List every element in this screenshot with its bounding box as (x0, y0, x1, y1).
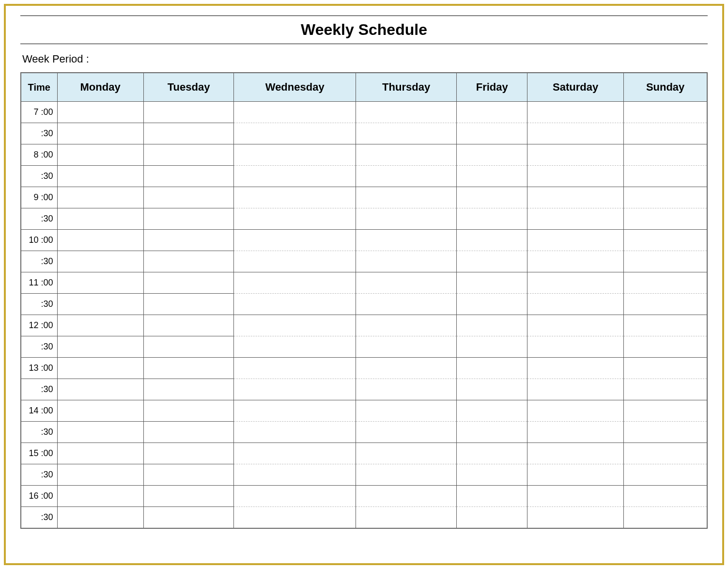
schedule-cell[interactable] (57, 208, 143, 230)
schedule-cell[interactable] (527, 208, 624, 230)
schedule-cell[interactable] (234, 379, 356, 400)
schedule-cell[interactable] (57, 358, 143, 379)
schedule-cell[interactable] (624, 230, 707, 251)
schedule-cell[interactable] (57, 230, 143, 251)
schedule-cell[interactable] (457, 166, 527, 187)
schedule-cell[interactable] (234, 102, 356, 123)
schedule-cell[interactable] (527, 315, 624, 336)
schedule-cell[interactable] (624, 102, 707, 123)
schedule-cell[interactable] (234, 166, 356, 187)
schedule-cell[interactable] (356, 230, 456, 251)
schedule-cell[interactable] (457, 272, 527, 294)
schedule-cell[interactable] (57, 464, 143, 486)
schedule-cell[interactable] (457, 208, 527, 230)
schedule-cell[interactable] (57, 400, 143, 422)
schedule-cell[interactable] (624, 422, 707, 443)
schedule-cell[interactable] (143, 358, 234, 379)
schedule-cell[interactable] (624, 507, 707, 528)
schedule-cell[interactable] (356, 422, 456, 443)
schedule-cell[interactable] (234, 144, 356, 166)
schedule-cell[interactable] (624, 336, 707, 358)
schedule-cell[interactable] (457, 187, 527, 208)
schedule-cell[interactable] (234, 230, 356, 251)
schedule-cell[interactable] (143, 230, 234, 251)
schedule-cell[interactable] (624, 208, 707, 230)
schedule-cell[interactable] (57, 422, 143, 443)
schedule-cell[interactable] (57, 187, 143, 208)
schedule-cell[interactable] (624, 272, 707, 294)
schedule-cell[interactable] (457, 379, 527, 400)
schedule-cell[interactable] (624, 251, 707, 272)
schedule-cell[interactable] (356, 464, 456, 486)
schedule-cell[interactable] (527, 272, 624, 294)
schedule-cell[interactable] (356, 102, 456, 123)
schedule-cell[interactable] (143, 166, 234, 187)
schedule-cell[interactable] (143, 400, 234, 422)
schedule-cell[interactable] (527, 187, 624, 208)
schedule-cell[interactable] (57, 336, 143, 358)
schedule-cell[interactable] (527, 507, 624, 528)
schedule-cell[interactable] (527, 294, 624, 315)
schedule-cell[interactable] (143, 208, 234, 230)
schedule-cell[interactable] (57, 315, 143, 336)
schedule-cell[interactable] (143, 379, 234, 400)
schedule-cell[interactable] (527, 379, 624, 400)
schedule-cell[interactable] (356, 507, 456, 528)
schedule-cell[interactable] (457, 486, 527, 507)
schedule-cell[interactable] (234, 422, 356, 443)
schedule-cell[interactable] (234, 315, 356, 336)
schedule-cell[interactable] (457, 400, 527, 422)
schedule-cell[interactable] (457, 315, 527, 336)
schedule-cell[interactable] (457, 507, 527, 528)
schedule-cell[interactable] (143, 144, 234, 166)
schedule-cell[interactable] (143, 251, 234, 272)
schedule-cell[interactable] (527, 144, 624, 166)
schedule-cell[interactable] (57, 251, 143, 272)
schedule-cell[interactable] (624, 486, 707, 507)
schedule-cell[interactable] (527, 464, 624, 486)
schedule-cell[interactable] (624, 358, 707, 379)
schedule-cell[interactable] (234, 251, 356, 272)
schedule-cell[interactable] (234, 358, 356, 379)
schedule-cell[interactable] (527, 486, 624, 507)
schedule-cell[interactable] (356, 358, 456, 379)
schedule-cell[interactable] (143, 336, 234, 358)
schedule-cell[interactable] (234, 123, 356, 144)
schedule-cell[interactable] (624, 187, 707, 208)
schedule-cell[interactable] (356, 294, 456, 315)
schedule-cell[interactable] (57, 144, 143, 166)
schedule-cell[interactable] (457, 336, 527, 358)
schedule-cell[interactable] (143, 272, 234, 294)
schedule-cell[interactable] (234, 400, 356, 422)
schedule-cell[interactable] (527, 358, 624, 379)
schedule-cell[interactable] (356, 315, 456, 336)
schedule-cell[interactable] (527, 123, 624, 144)
schedule-cell[interactable] (457, 144, 527, 166)
schedule-cell[interactable] (624, 315, 707, 336)
schedule-cell[interactable] (356, 379, 456, 400)
schedule-cell[interactable] (624, 294, 707, 315)
schedule-cell[interactable] (356, 208, 456, 230)
schedule-cell[interactable] (356, 443, 456, 464)
schedule-cell[interactable] (624, 166, 707, 187)
schedule-cell[interactable] (356, 336, 456, 358)
schedule-cell[interactable] (57, 166, 143, 187)
schedule-cell[interactable] (234, 443, 356, 464)
schedule-cell[interactable] (356, 123, 456, 144)
schedule-cell[interactable] (57, 507, 143, 528)
schedule-cell[interactable] (143, 443, 234, 464)
schedule-cell[interactable] (527, 336, 624, 358)
schedule-cell[interactable] (57, 294, 143, 315)
schedule-cell[interactable] (143, 315, 234, 336)
schedule-cell[interactable] (527, 102, 624, 123)
schedule-cell[interactable] (57, 443, 143, 464)
schedule-cell[interactable] (527, 400, 624, 422)
schedule-cell[interactable] (234, 464, 356, 486)
schedule-cell[interactable] (457, 230, 527, 251)
schedule-cell[interactable] (624, 400, 707, 422)
schedule-cell[interactable] (356, 486, 456, 507)
schedule-cell[interactable] (234, 272, 356, 294)
schedule-cell[interactable] (457, 422, 527, 443)
schedule-cell[interactable] (356, 272, 456, 294)
schedule-cell[interactable] (143, 123, 234, 144)
